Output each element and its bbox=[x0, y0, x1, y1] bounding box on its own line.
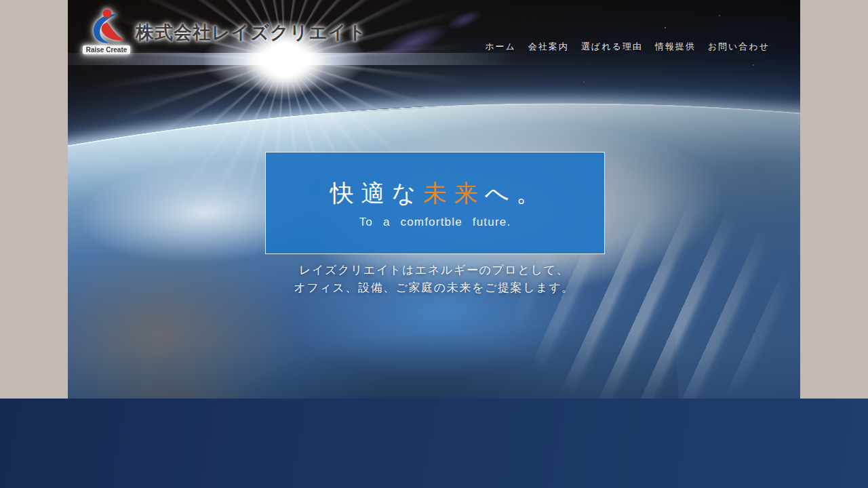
company-name: 株式会社レイズクリエイト bbox=[136, 20, 367, 45]
nav-item-information[interactable]: 情報提供 bbox=[655, 41, 696, 53]
hero-headline: 快適な未来へ。 bbox=[266, 178, 604, 209]
star-dot bbox=[583, 81, 585, 83]
nav-item-home[interactable]: ホーム bbox=[485, 41, 516, 53]
nav-item-reasons[interactable]: 選ばれる理由 bbox=[581, 41, 643, 53]
headline-post: へ。 bbox=[485, 180, 547, 207]
hero-description-line1: レイズクリエイトはエネルギーのプロとして、 bbox=[294, 262, 574, 279]
nav-item-company[interactable]: 会社案内 bbox=[528, 41, 569, 53]
hero-banner: Raise Create 株式会社レイズクリエイト ホーム 会社案内 選ばれる理… bbox=[68, 0, 800, 399]
hero-description: レイズクリエイトはエネルギーのプロとして、 オフィス、設備、ご家庭の未来をご提案… bbox=[294, 262, 574, 297]
next-section-top bbox=[0, 399, 868, 488]
headline-accent: 未来 bbox=[423, 180, 485, 207]
hero-message-panel: 快適な未来へ。 To a comfortble future. bbox=[265, 152, 605, 254]
hero-description-line2: オフィス、設備、ご家庭の未来をご提案します。 bbox=[294, 279, 574, 297]
headline-pre: 快適な bbox=[330, 180, 423, 207]
hero-subheadline: To a comfortble future. bbox=[266, 216, 604, 229]
main-navigation: ホーム 会社案内 選ばれる理由 情報提供 お問い合わせ bbox=[485, 41, 770, 53]
star-dot bbox=[753, 64, 754, 66]
company-logo[interactable]: Raise Create bbox=[83, 9, 130, 54]
site-header: Raise Create 株式会社レイズクリエイト ホーム 会社案内 選ばれる理… bbox=[68, 0, 800, 54]
nav-item-contact[interactable]: お問い合わせ bbox=[708, 41, 770, 53]
logo-wordmark: Raise Create bbox=[83, 45, 130, 54]
page: Raise Create 株式会社レイズクリエイト ホーム 会社案内 選ばれる理… bbox=[0, 0, 868, 488]
logo-mark-icon bbox=[83, 9, 127, 45]
